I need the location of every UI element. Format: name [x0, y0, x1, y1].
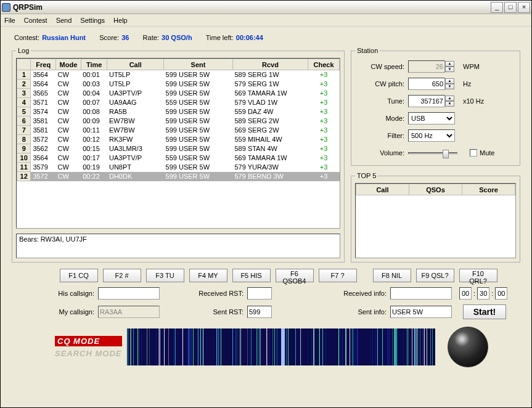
log-cell: RK3FW [107, 135, 164, 144]
waterfall-display[interactable] [127, 328, 435, 365]
log-cell: RA5B [107, 107, 164, 116]
minimize-button[interactable]: _ [491, 2, 503, 13]
log-row[interactable]: 23564CW00:03UT5LP599 USER 5W579 SERG 1W+… [17, 80, 340, 89]
log-cell: 3574 [31, 107, 56, 116]
log-row[interactable]: 13564CW00:01UT5LP599 USER 5W589 SERG 1W+… [17, 70, 340, 80]
log-cell: CW [56, 98, 81, 107]
log-cell: 599 USER 5W [164, 163, 233, 172]
log-header[interactable]: Rcvd [232, 59, 308, 70]
duration-hh[interactable] [459, 287, 472, 300]
fkey-button-6[interactable]: F6 QSOB4 [276, 269, 314, 282]
log-header[interactable]: Call [107, 59, 164, 70]
log-header[interactable]: Check [308, 59, 340, 70]
filter-select-label: Filter: [355, 132, 404, 139]
log-header[interactable]: Mode [56, 59, 81, 70]
duration-ss[interactable] [495, 287, 507, 300]
close-button[interactable]: × [518, 2, 530, 13]
timeleft-value: 00:06:44 [236, 34, 263, 41]
log-row[interactable]: 113579CW00:19UN8PT599 USER 5W579 YURA/3W… [17, 163, 340, 172]
log-cell: 00:01 [81, 70, 107, 80]
log-cell: 6 [17, 116, 31, 126]
log-cell: 00:17 [81, 153, 107, 163]
mode-select[interactable]: USB [408, 112, 455, 124]
maximize-button[interactable]: □ [504, 2, 517, 13]
fkey-button-2[interactable]: F2 # [103, 269, 141, 282]
rotary-knob-icon[interactable] [448, 327, 488, 367]
log-cell: 00:22 [81, 172, 107, 181]
my-callsign-label: My callsign: [45, 308, 94, 316]
tune-spinner[interactable]: ▲▼ [445, 96, 454, 107]
sent-info-input[interactable] [390, 306, 452, 318]
log-header[interactable]: Time [81, 59, 107, 70]
log-cell: 599 USER 5W [164, 107, 233, 116]
log-header[interactable]: Sent [164, 59, 233, 70]
fkey-button-3[interactable]: F3 TU [146, 269, 184, 282]
log-cell: 559 MIHAIL 4W [232, 135, 308, 144]
rate-label: Rate: [143, 34, 159, 41]
volume-slider[interactable] [408, 152, 457, 154]
log-row[interactable]: 33565CW00:04UA3PTV/P599 USER 5W569 TAMAR… [17, 89, 340, 98]
log-cell: 00:08 [81, 107, 107, 116]
log-row[interactable]: 123572CW00:22DH0DK599 USER 5W579 BERND 3… [17, 172, 340, 181]
log-cell: 3581 [31, 116, 56, 126]
his-callsign-input[interactable] [98, 287, 160, 300]
log-header[interactable]: Freq [31, 59, 56, 70]
cw-pitch-spinner[interactable]: ▲▼ [445, 78, 454, 89]
mute-checkbox[interactable] [470, 149, 477, 157]
log-row[interactable]: 83572CW00:12RK3FW599 USER 5W559 MIHAIL 4… [17, 135, 340, 144]
menu-contest[interactable]: Contest [24, 17, 47, 24]
menu-settings[interactable]: Settings [80, 17, 105, 24]
cw-pitch-input[interactable] [408, 78, 445, 90]
my-callsign-input [98, 306, 160, 318]
log-row[interactable]: 63581CW00:09EW7BW599 USER 5W589 SERG 2W+… [17, 116, 340, 126]
cw-speed-spinner[interactable]: ▲▼ [445, 61, 454, 72]
fkey-button-5[interactable]: F5 HIS [232, 269, 271, 282]
cw-speed-input[interactable] [408, 60, 445, 73]
duration-mm[interactable] [477, 287, 489, 300]
log-cell: CW [56, 172, 81, 181]
received-info-label: Received info: [313, 290, 387, 297]
top5-header-score[interactable]: Score [462, 184, 515, 195]
station-legend: Station [355, 47, 380, 54]
fkey-button-4[interactable]: F4 MY [189, 269, 227, 282]
log-table-container[interactable]: FreqModeTimeCallSentRcvdCheck 13564CW00:… [16, 58, 340, 229]
log-cell: 5 [17, 107, 31, 116]
received-info-input[interactable] [390, 287, 452, 300]
sent-info-label: Sent info: [313, 308, 387, 316]
top5-header-call[interactable]: Call [356, 184, 409, 195]
filter-select[interactable]: 500 Hz [408, 129, 455, 142]
log-row[interactable]: 53574CW00:08RA5B599 USER 5W559 DAZ 4W+3 [17, 107, 340, 116]
start-button[interactable]: Start! [463, 304, 506, 319]
fkey-button-7[interactable]: F7 ? [319, 269, 357, 282]
log-row[interactable]: 103564CW00:17UA3PTV/P559 USER 5W569 TAMA… [17, 153, 340, 163]
top5-header-qsos[interactable]: QSOs [409, 184, 462, 195]
log-cell: +3 [308, 153, 340, 163]
log-cell: 00:12 [81, 135, 107, 144]
log-cell: 4 [17, 98, 31, 107]
log-cell: UA3LMR/3 [107, 144, 164, 153]
top5-table[interactable]: Call QSOs Score [355, 183, 516, 258]
fkey-button-9[interactable]: F9 QSL? [416, 269, 454, 282]
fkey-button-8[interactable]: F8 NIL [373, 269, 411, 282]
menu-send[interactable]: Send [56, 17, 72, 24]
log-cell: CW [56, 116, 81, 126]
log-cell: 2 [17, 80, 31, 89]
app-icon [2, 3, 10, 12]
titlebar: QRPSim _ □ × [1, 1, 531, 14]
top5-panel: TOP 5 Call QSOs Score [351, 172, 520, 263]
log-cell: UN8PT [107, 163, 164, 172]
his-callsign-label: His callsign: [45, 290, 94, 297]
log-row[interactable]: 73581CW00:11EW7BW599 USER 5W569 SERG 2W+… [17, 126, 340, 135]
log-row[interactable]: 43571CW00:07UA9AAG559 USER 5W579 VLAD 1W… [17, 98, 340, 107]
sent-rst-input[interactable] [247, 306, 272, 318]
fkey-button-1[interactable]: F1 CQ [60, 269, 98, 282]
menu-file[interactable]: File [4, 17, 15, 24]
log-header[interactable] [17, 59, 31, 70]
menu-help[interactable]: Help [113, 17, 128, 24]
fkey-button-10[interactable]: F10 QRL? [459, 269, 497, 282]
summary-bar: Contest: Russian Hunt Score: 36 Rate: 30… [14, 31, 520, 42]
tune-input[interactable] [408, 95, 445, 107]
log-cell: 00:09 [81, 116, 107, 126]
log-row[interactable]: 93562CW00:15UA3LMR/3599 USER 5W589 STAN … [17, 144, 340, 153]
received-rst-input[interactable] [247, 287, 272, 300]
